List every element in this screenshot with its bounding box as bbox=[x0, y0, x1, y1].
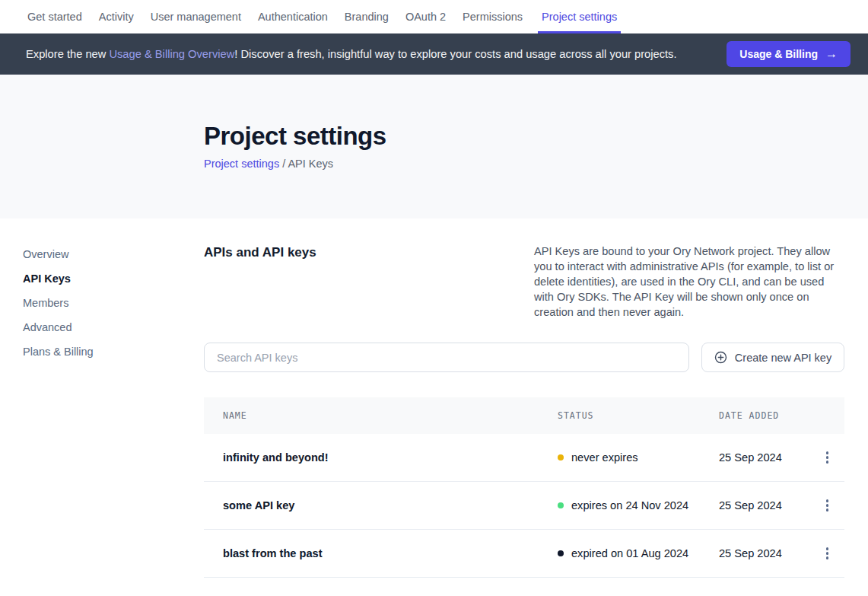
topnav-item-authentication[interactable]: Authentication bbox=[256, 0, 329, 33]
breadcrumb-current: API Keys bbox=[288, 158, 333, 170]
table-row: infinity and beyond! never expires 25 Se… bbox=[204, 434, 844, 482]
status-badge: never expires bbox=[558, 451, 719, 464]
table-header-row: NAME STATUS DATE ADDED bbox=[204, 397, 844, 434]
content-area: OverviewAPI KeysMembersAdvancedPlans & B… bbox=[0, 218, 868, 578]
kebab-menu-icon[interactable] bbox=[822, 447, 834, 468]
api-key-name: blast from the past bbox=[204, 547, 558, 559]
api-key-name: some API key bbox=[204, 499, 558, 512]
kebab-menu-icon[interactable] bbox=[822, 495, 834, 516]
arrow-right-icon: → bbox=[825, 48, 838, 60]
status-dot-icon bbox=[558, 454, 564, 461]
topnav-item-project-settings[interactable]: Project settings bbox=[538, 0, 621, 33]
create-api-key-label: Create new API key bbox=[735, 352, 831, 364]
sidebar-item-plans-billing[interactable]: Plans & Billing bbox=[23, 346, 94, 358]
sidebar-item-members[interactable]: Members bbox=[23, 298, 68, 309]
table-body: infinity and beyond! never expires 25 Se… bbox=[204, 434, 844, 578]
banner-message: Explore the new Usage & Billing Overview… bbox=[26, 48, 727, 60]
column-header-date-added: DATE ADDED bbox=[719, 410, 810, 421]
date-added: 25 Sep 2024 bbox=[719, 547, 810, 559]
status-text: never expires bbox=[571, 451, 638, 464]
usage-billing-button-label: Usage & Billing bbox=[739, 48, 818, 60]
status-badge: expired on 01 Aug 2024 bbox=[558, 547, 719, 559]
banner-text-prefix: Explore the new bbox=[26, 48, 109, 60]
create-api-key-button[interactable]: Create new API key bbox=[701, 343, 844, 372]
topnav-item-user-management[interactable]: User management bbox=[149, 0, 243, 33]
top-nav: Get startedActivityUser managementAuthen… bbox=[0, 0, 868, 33]
topnav-item-permissions[interactable]: Permissions bbox=[461, 0, 524, 33]
topnav-item-activity[interactable]: Activity bbox=[97, 0, 135, 33]
breadcrumb-link-project-settings[interactable]: Project settings bbox=[204, 158, 279, 170]
main-panel: APIs and API keys API Keys are bound to … bbox=[204, 218, 844, 578]
column-header-name: NAME bbox=[204, 410, 558, 421]
status-text: expires on 24 Nov 2024 bbox=[571, 499, 688, 512]
status-dot-icon bbox=[558, 550, 564, 556]
date-added: 25 Sep 2024 bbox=[719, 451, 810, 464]
search-input[interactable] bbox=[204, 343, 689, 372]
settings-sidebar: OverviewAPI KeysMembersAdvancedPlans & B… bbox=[0, 218, 204, 578]
table-row: some API key expires on 24 Nov 2024 25 S… bbox=[204, 482, 844, 530]
column-header-status: STATUS bbox=[558, 410, 719, 421]
section-title: APIs and API keys bbox=[204, 244, 316, 320]
promo-banner: Explore the new Usage & Billing Overview… bbox=[0, 33, 868, 75]
sidebar-item-overview[interactable]: Overview bbox=[23, 249, 68, 260]
status-badge: expires on 24 Nov 2024 bbox=[558, 499, 719, 512]
plus-circle-icon bbox=[714, 351, 727, 364]
topnav-item-oauth-2[interactable]: OAuth 2 bbox=[404, 0, 447, 33]
table-row: blast from the past expired on 01 Aug 20… bbox=[204, 530, 844, 578]
table-controls: Create new API key bbox=[204, 343, 844, 372]
topnav-item-branding[interactable]: Branding bbox=[343, 0, 390, 33]
api-key-name: infinity and beyond! bbox=[204, 451, 558, 464]
status-text: expired on 01 Aug 2024 bbox=[571, 547, 688, 559]
page-title: Project settings bbox=[204, 122, 868, 151]
section-description: API Keys are bound to your Ory Network p… bbox=[534, 244, 844, 320]
breadcrumb: Project settings / API Keys bbox=[204, 158, 868, 170]
date-added: 25 Sep 2024 bbox=[719, 499, 810, 512]
api-keys-table: NAME STATUS DATE ADDED infinity and beyo… bbox=[204, 397, 844, 578]
status-dot-icon bbox=[558, 502, 564, 508]
topnav-item-get-started[interactable]: Get started bbox=[26, 0, 84, 33]
page-header: Project settings Project settings / API … bbox=[0, 75, 868, 218]
breadcrumb-separator: / bbox=[279, 158, 288, 170]
section-header: APIs and API keys API Keys are bound to … bbox=[204, 244, 844, 320]
banner-link[interactable]: Usage & Billing Overview bbox=[109, 48, 234, 60]
kebab-menu-icon[interactable] bbox=[822, 543, 834, 564]
usage-billing-button[interactable]: Usage & Billing → bbox=[727, 41, 851, 67]
sidebar-item-advanced[interactable]: Advanced bbox=[23, 322, 72, 333]
banner-text-suffix: ! Discover a fresh, insightful way to ex… bbox=[234, 48, 676, 60]
sidebar-item-api-keys[interactable]: API Keys bbox=[23, 273, 71, 285]
